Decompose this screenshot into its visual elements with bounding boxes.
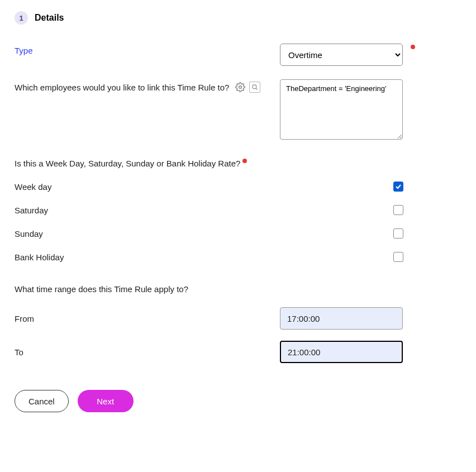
type-label[interactable]: Type — [15, 46, 33, 55]
next-button[interactable]: Next — [78, 390, 134, 412]
cancel-button[interactable]: Cancel — [15, 390, 69, 412]
svg-point-0 — [239, 86, 242, 89]
type-select[interactable]: Overtime — [280, 44, 403, 66]
weekday-label: Week day — [15, 182, 51, 192]
svg-line-2 — [256, 88, 258, 90]
search-document-icon[interactable] — [249, 82, 260, 93]
saturday-checkbox[interactable] — [393, 205, 403, 215]
bank-holiday-row: Bank Holiday — [15, 252, 403, 262]
employee-link-question: Which employees would you like to link t… — [15, 83, 229, 92]
from-time-input[interactable] — [280, 307, 403, 330]
required-indicator — [242, 159, 247, 163]
sunday-checkbox[interactable] — [393, 228, 403, 239]
sunday-row: Sunday — [15, 228, 403, 239]
type-row: Type Overtime — [15, 44, 461, 66]
sunday-label: Sunday — [15, 229, 43, 239]
svg-point-1 — [253, 85, 256, 89]
from-label: From — [15, 314, 280, 323]
step-number-badge: 1 — [15, 11, 28, 25]
to-time-row: To — [15, 341, 417, 363]
button-row: Cancel Next — [15, 390, 461, 412]
to-time-input[interactable] — [280, 341, 403, 363]
step-title: Details — [35, 13, 64, 23]
rate-question-row: Is this a Week Day, Saturday, Sunday or … — [15, 159, 461, 168]
required-indicator — [411, 45, 415, 49]
step-header: 1 Details — [15, 11, 461, 25]
saturday-label: Saturday — [15, 206, 48, 215]
weekday-checkbox[interactable] — [393, 182, 403, 192]
time-range-question: What time range does this Time Rule appl… — [15, 284, 461, 294]
time-range-question-label: What time range does this Time Rule appl… — [15, 284, 188, 294]
employee-filter-textarea[interactable] — [280, 79, 403, 140]
rate-question-label: Is this a Week Day, Saturday, Sunday or … — [15, 159, 240, 168]
employee-link-row: Which employees would you like to link t… — [15, 79, 461, 140]
to-label: To — [15, 347, 280, 357]
gear-icon[interactable] — [235, 82, 246, 93]
saturday-row: Saturday — [15, 205, 403, 215]
bank-holiday-label: Bank Holiday — [15, 252, 64, 262]
from-time-row: From — [15, 307, 417, 330]
bank-holiday-checkbox[interactable] — [393, 252, 403, 262]
weekday-row: Week day — [15, 182, 403, 192]
